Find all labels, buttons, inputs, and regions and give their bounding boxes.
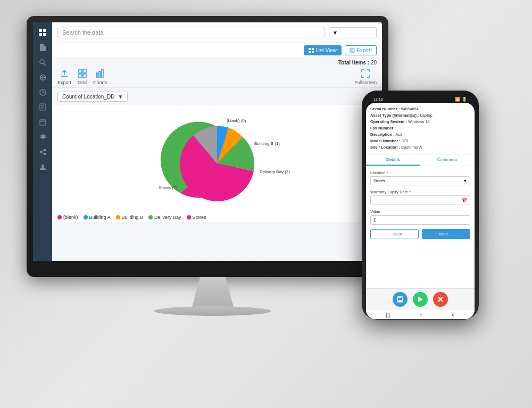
svg-rect-29: [312, 51, 314, 53]
next-button[interactable]: Next →: [422, 229, 470, 239]
cancel-action-button[interactable]: [433, 292, 448, 307]
phone: 12:13 📶🔋 Serial Number : 54654654 Asset …: [362, 91, 479, 320]
pie-label-blank: (blank) (0): [227, 118, 246, 123]
export-button-top[interactable]: Export: [345, 45, 377, 55]
imac: ▼ List View Export: [27, 16, 399, 346]
sidebar-icon-share[interactable]: [37, 146, 48, 158]
sidebar-icon-grid[interactable]: [37, 27, 48, 38]
phone-home-indicator[interactable]: ○: [419, 312, 422, 318]
fullscreen-icon: [361, 69, 370, 79]
sidebar-icon-calendar[interactable]: [37, 116, 48, 128]
fullscreen-tool[interactable]: Fullscreen: [354, 69, 377, 85]
asset-type-row: Asset Type (Informatics) : Laptop: [370, 112, 470, 119]
legend-bar: (blank) Building A Building B Deliv: [52, 211, 382, 222]
pie-label-buildingb: Building B (1): [254, 141, 280, 146]
phone-tabs: Details Comments: [366, 154, 475, 166]
filter-dropdown[interactable]: Count of Location_DD ▼: [57, 92, 128, 102]
charts-tool[interactable]: Charts: [93, 69, 107, 85]
pie-label-deliverybay: Delivery Bay (3): [260, 169, 290, 174]
scene: ▼ List View Export: [0, 0, 532, 408]
legend-item-stores: Stores: [187, 215, 206, 220]
svg-rect-34: [83, 70, 86, 73]
svg-rect-33: [79, 70, 82, 73]
tab-details[interactable]: Details: [366, 154, 420, 166]
phone-info-section: Serial Number : 54654654 Asset Type (Inf…: [366, 103, 475, 154]
sidebar-icon-network[interactable]: [37, 71, 48, 83]
export-tool[interactable]: Export: [57, 69, 71, 85]
os-row: Operating System : Windows 10: [370, 119, 470, 125]
sidebar-icon-file[interactable]: [37, 42, 48, 53]
legend-dot-buildingb: [116, 215, 120, 219]
imac-stand-neck: [192, 277, 234, 309]
fax-row: Fax Number :: [370, 125, 470, 132]
legend-dot-stores: [187, 215, 191, 219]
imac-screen: ▼ List View Export: [33, 22, 382, 261]
phone-home-bar: ||| ○ <: [366, 310, 475, 319]
svg-rect-27: [312, 48, 314, 50]
warranty-date-input[interactable]: 📅: [370, 195, 470, 205]
svg-point-21: [44, 153, 46, 155]
phone-back-indicator[interactable]: |||: [386, 312, 390, 318]
sidebar-icon-gear[interactable]: [37, 131, 48, 143]
chevron-down-icon: ▼: [118, 94, 123, 100]
search-input[interactable]: [57, 27, 325, 38]
svg-rect-16: [40, 120, 46, 125]
go-action-button[interactable]: [413, 292, 428, 307]
svg-rect-0: [39, 29, 42, 32]
top-dropdown[interactable]: ▼: [329, 27, 377, 38]
description-row: Description : Acer: [370, 132, 470, 138]
phone-bezel: 12:13 📶🔋 Serial Number : 54654654 Asset …: [362, 91, 479, 320]
location-label: Location *: [370, 170, 470, 175]
serial-number-row: Serial Number : 54654654: [370, 106, 470, 112]
imac-bezel: ▼ List View Export: [27, 16, 388, 277]
svg-rect-37: [96, 73, 98, 77]
legend-dot-blank: [57, 215, 62, 219]
warranty-label: Warranty Expiry Date *: [370, 190, 470, 194]
sidebar-icon-document[interactable]: [37, 101, 48, 113]
imac-stand-base: [154, 306, 271, 316]
chevron-down-icon-phone: ▼: [463, 178, 467, 183]
pie-chart-svg: (blank) (0) Building B (1) Delivery Bay …: [137, 110, 297, 209]
svg-point-4: [40, 60, 44, 64]
value-input[interactable]: £: [370, 215, 470, 225]
filter-bar: Count of Location_DD ▼: [52, 88, 382, 105]
pie-label-stores: Stores (7): [159, 185, 177, 190]
app-main: ▼ List View Export: [52, 22, 382, 261]
chart-area: (blank) (0) Building B (1) Delivery Bay …: [52, 105, 382, 211]
site-row: Site / Location : Customer A: [370, 144, 470, 151]
svg-rect-42: [398, 297, 401, 298]
app-sidebar: [33, 22, 52, 261]
sidebar-icon-user[interactable]: [37, 161, 48, 173]
svg-point-25: [41, 164, 44, 167]
location-select[interactable]: Stores ▼: [370, 176, 470, 185]
sidebar-icon-clock[interactable]: [37, 86, 48, 98]
tab-comments[interactable]: Comments: [420, 154, 475, 166]
svg-point-22: [40, 151, 41, 153]
phone-bottom-actions: [366, 288, 475, 310]
legend-item-buildinga: Building A: [84, 215, 111, 220]
list-view-button[interactable]: List View: [304, 45, 342, 55]
phone-form: Location * Stores ▼ Warranty Expiry Date…: [366, 166, 475, 288]
svg-rect-2: [39, 33, 42, 36]
legend-item-buildingb: Building B: [116, 215, 144, 220]
back-button[interactable]: ← Back: [370, 229, 419, 239]
grid-tool-icon: [78, 69, 87, 79]
svg-rect-28: [309, 51, 311, 53]
svg-line-23: [41, 152, 44, 154]
calendar-icon-phone: 📅: [461, 198, 467, 203]
sidebar-icon-search[interactable]: [37, 56, 48, 68]
phone-recent-indicator[interactable]: <: [452, 312, 455, 318]
toolbar-right: List View Export: [52, 43, 382, 58]
svg-rect-35: [79, 74, 82, 77]
top-bar: ▼: [52, 22, 382, 43]
model-row: Model Number : 878: [370, 138, 470, 144]
svg-point-20: [44, 149, 46, 151]
charts-tool-icon: [96, 69, 104, 79]
svg-rect-3: [43, 33, 46, 36]
chart-toolbar: Export Grid Charts: [52, 67, 382, 88]
legend-item-blank: (blank): [57, 215, 78, 220]
phone-screen: Serial Number : 54654654 Asset Type (Inf…: [366, 103, 475, 319]
save-action-button[interactable]: [393, 292, 408, 307]
grid-tool[interactable]: Grid: [78, 69, 87, 85]
svg-line-5: [44, 63, 46, 66]
